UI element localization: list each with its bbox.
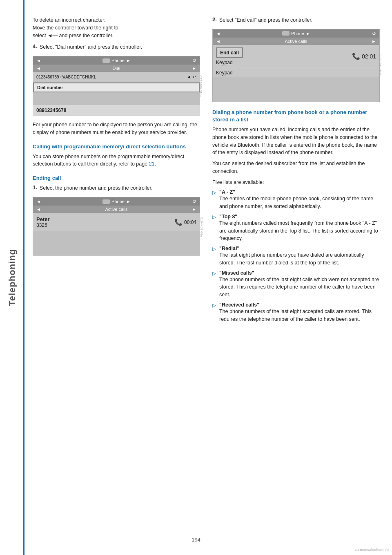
step-1-block: 1. Select the phone number and press the… [33,184,200,192]
phone-header-2: ◄ Phone ► ↺ [33,197,200,206]
step-4-block: 4. Select "Dial number" and press the co… [33,43,200,51]
main-content: To delete an incorrect character: Move t… [24,0,392,555]
phone-ui-2-wrapper: ◄ Phone ► ↺ ◄ Active calls ► [33,197,200,256]
phone-sub-left-1: ◄ [36,66,41,71]
step-4-text: Select "Dial number" and press the contr… [40,43,200,51]
phone-body-3: End call Keypad 📞 02:01 Keypad [213,45,379,102]
phone-keypad-btn[interactable]: Keypad [216,60,345,65]
phone-ui-2: ◄ Phone ► ↺ ◄ Active calls ► [33,197,200,256]
phone-empty-3 [33,244,200,256]
calling-text: You can store phone numbers on the progr… [33,153,200,168]
phone-delete-icon: ↵ [193,74,196,80]
page-number: 194 [192,537,200,543]
phone-header-1: ◄ Phone ► ↺ [33,56,200,65]
list-item-3: ▷ "Missed calls" The phone numbers of th… [212,270,380,299]
list-items-container: ▷ "A - Z" The entries of the mobile-phon… [212,189,380,323]
phone-sub-right-1: ► [192,66,196,71]
list-title-4: "Received calls" [219,302,380,308]
step-4-number: 4. [33,43,37,51]
phone-subheader-2: ◄ Active calls ► [33,206,200,213]
list-arrow-4: ▷ [212,302,216,323]
phone-display-number: 08912345678 [33,105,200,116]
list-desc-3: The phone numbers of the last eight call… [219,276,380,299]
phone-sub-title-3: Active calls [285,39,307,44]
phone-refresh-3: ↺ [372,31,376,36]
phone-caller-info: Peter 3325 [36,216,50,228]
phone-dial-label: Dial number [37,85,63,90]
phone-nav-right-1: ► [126,58,131,63]
dialing-heading: Dialing a phone number from phone book o… [212,109,380,123]
list-arrow-0: ▷ [212,190,216,210]
phone-call-time-2: 📞 00:04 [174,218,196,226]
list-content-4: "Received calls" The phone numbers of th… [219,302,380,323]
list-content-1: "Top 8" The eight numbers called most fr… [219,214,380,242]
phone-time-value-3: 02:01 [362,53,376,60]
step-2-block: 2. Select "End call" and press the contr… [212,16,380,24]
five-lists-label: Five lists are available: [212,179,380,186]
phone-call-icon-2: 📞 [174,218,183,226]
phone-sub-left-3: ◄ [216,39,220,44]
phone-number-value: 08912345678 [36,107,66,113]
side-label-2: C1F4453-04a [200,217,203,237]
calling-page-ref[interactable]: 21 [149,161,155,167]
step-2-number: 2. [212,16,217,24]
phone-body-1: 0123456789+*#ABCDEFGHIJKL ◄ ↵ Dial numbe… [33,72,200,116]
list-arrow-1: ▷ [212,214,216,242]
phone-refresh-1: ↺ [192,58,196,63]
ending-call-heading: Ending call [33,175,200,182]
phone-header-3: ◄ Phone ► ↺ [213,29,379,38]
phone-subheader-3: ◄ Active calls ► [213,38,379,45]
phone-sub-title-1: Dial [113,66,120,71]
list-title-3: "Missed calls" [219,270,380,276]
left-column: To delete an incorrect character: Move t… [33,16,200,539]
phone-call-icon-3: 📞 [352,52,360,60]
phone-header-title-3: Phone [291,31,304,36]
phone-nav-right-2: ► [126,199,131,204]
sidebar: Telephoning [0,0,24,555]
phone-nav-right-3: ► [306,31,310,36]
right-column: 2. Select "End call" and press the contr… [212,16,380,539]
for-your-text: For your phone number to be displayed to… [33,121,200,137]
step-1-text: Select the phone number and press the co… [40,184,200,192]
list-desc-2: The last eight phone numbers you have di… [219,251,380,267]
phone-ui-3-wrapper: ◄ Phone ► ↺ ◄ Active calls ► [212,29,380,102]
list-desc-4: The phone numbers of the last eight acce… [219,308,380,323]
phone-ui-1-wrapper: ◄ Phone ► ↺ ◄ Dial ► [33,56,200,116]
phone-subheader-1: ◄ Dial ► [33,65,200,72]
list-desc-0: The entries of the mobile-phone phone bo… [219,195,380,210]
phone-nav-left-2: ◄ [36,199,41,204]
phone-nav-left-1: ◄ [36,58,41,63]
watermark: carmanualonline.info [355,548,389,552]
delete-instruction: To delete an incorrect character: Move t… [33,16,200,39]
list-arrow-2: ▷ [212,246,216,267]
phone-keypad-row: Keypad [213,68,379,77]
phone-empty-4 [213,77,379,90]
phone-body-2: Peter 3325 📞 00:04 [33,213,200,256]
phone-caller-name: Peter [36,216,50,222]
list-content-3: "Missed calls" The phone numbers of the … [219,270,380,299]
phone-ui-1: ◄ Phone ► ↺ ◄ Dial ► [33,56,200,116]
list-item-0: ▷ "A - Z" The entries of the mobile-phon… [212,189,380,210]
side-label-3: C1T2481-01en [379,55,382,76]
phone-end-call-btn[interactable]: End call [216,47,243,58]
phone-sub-right-2: ► [192,207,196,212]
list-content-0: "A - Z" The entries of the mobile-phone … [219,189,380,210]
dialing-intro: Phone numbers you have called, incoming … [212,126,380,157]
list-item-2: ▷ "Redial" The last eight phone numbers … [212,246,380,267]
calling-heading: Calling with programmable memory/ direct… [33,143,200,150]
phone-number-controls: ◄ ↵ [187,74,196,80]
step-2-text: Select "End call" and press the controll… [219,16,380,24]
phone-call-time-3: 📞 02:01 [349,45,379,68]
phone-refresh-2: ↺ [192,199,196,204]
phone-empty-1 [33,92,200,105]
list-item-4: ▷ "Received calls" The phone numbers of … [212,302,380,323]
side-label-1: C1T2468-01en [199,75,203,97]
list-title-1: "Top 8" [219,214,380,219]
phone-header-title-2: Phone [111,199,125,204]
phone-header-title-1: Phone [111,58,125,63]
list-arrow-3: ▷ [212,271,216,299]
phone-empty-5 [213,90,379,102]
list-title-0: "A - Z" [219,189,380,195]
list-title-2: "Redial" [219,246,380,251]
phone-empty-2 [33,231,200,244]
